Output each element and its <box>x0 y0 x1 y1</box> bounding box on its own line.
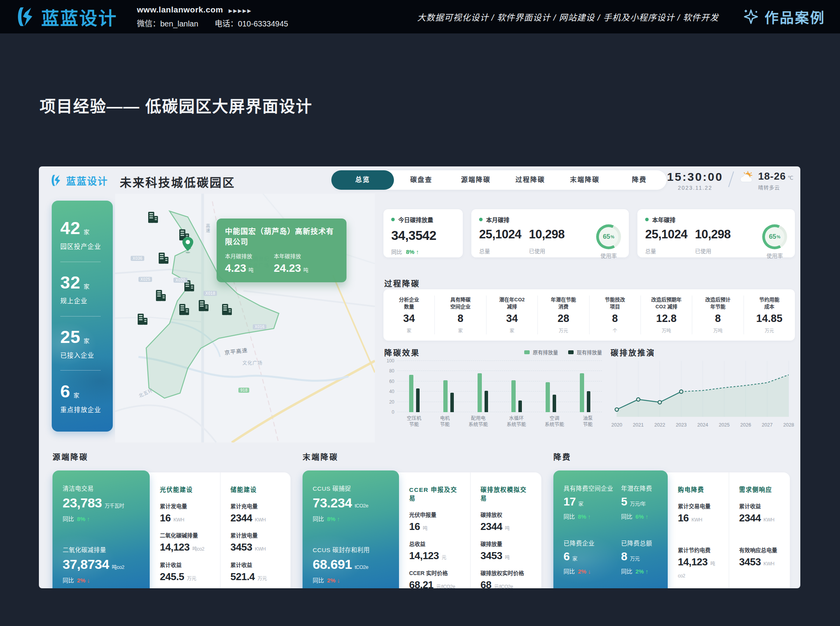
company-map-tooltip[interactable]: 中能国宏（葫芦岛）高新技术有限公司 本月碳排放 4.23吨本年碳排放 24.23… <box>217 219 346 282</box>
bar-group <box>409 361 420 412</box>
kpi-today-label: 今日碳排放量 <box>398 215 433 224</box>
kpi-total: 25,1024总量 <box>645 227 695 255</box>
bar-原有排放量 <box>511 380 516 412</box>
map-place-label: 文化广场 <box>242 360 262 367</box>
section-末端降碳: 末端降碳CCUS 碳捕捉 73.234tCO2e 同比8% ↑CCUS 碳封存和… <box>303 451 541 588</box>
tab-总览[interactable]: 总览 <box>331 170 394 190</box>
x-axis-category-label: 配用电 系统节能 <box>469 415 488 428</box>
bar-group <box>580 361 590 412</box>
stat-unit: 家 <box>84 283 89 290</box>
data-point-marker <box>658 400 662 404</box>
arrows-decoration: ▶▶▶▶▶ <box>229 8 252 14</box>
company-building-marker[interactable] <box>135 313 149 325</box>
gradient-stat-value: 68.691tCO2e <box>313 557 389 572</box>
gradient-stat: 二氧化碳减排量 37,8734吨co2 同比2% ↓ <box>63 545 140 584</box>
section-columns: 购电降费累计交易电量 16KWH累计节约电费 14,123吨co2需求侧响应累计… <box>668 472 790 588</box>
process-stat-value: 12.8 <box>642 313 690 325</box>
nav-tabs: 总览碳盘查源端降碳过程降碳末端降碳降费 <box>331 170 667 190</box>
dashboard-title: 未来科技城低碳园区 <box>120 173 235 190</box>
x-axis-category-label: 空调 系统节能 <box>545 415 564 428</box>
process-stat-unit: 家 <box>436 327 484 334</box>
column-title: 购电降费 <box>678 485 719 493</box>
data-point-marker <box>637 398 640 401</box>
metric-value: 14,123吨co2 <box>160 541 210 553</box>
metric-label: 累计节约电费 <box>678 546 719 554</box>
company-building-marker[interactable] <box>154 290 168 302</box>
tab-碳盘查[interactable]: 碳盘查 <box>394 170 448 190</box>
metric-column: CCER 申报及交易光伏申报量 16吨总收益 14,123元CCER 实时价格 … <box>399 472 470 588</box>
process-stat-value: 8 <box>694 313 742 325</box>
gradient-stat-value: 73.234tCO2e <box>313 495 389 511</box>
process-stat: 年潜在节能 消费 28 万元 <box>538 296 589 334</box>
bar-现有排放量 <box>553 395 556 412</box>
kpi-label: 本年碳排 <box>652 215 676 224</box>
clock-time: 15:30:00 <box>667 170 723 184</box>
company-building-marker[interactable] <box>196 300 210 312</box>
portfolio-label: 作品案例 <box>765 7 825 27</box>
column-metric: 累计节约电费 14,123吨co2 <box>678 546 719 583</box>
legend-swatch <box>568 350 574 354</box>
legend-label: 现有排放量 <box>577 348 602 356</box>
road-number-badge: X025 <box>138 277 152 282</box>
column-metric: 累计发电量 16KWH <box>160 502 210 524</box>
portfolio-link[interactable]: 作品案例 <box>743 7 825 27</box>
metric-value: 2344KWH <box>739 512 780 524</box>
tab-源端降碳[interactable]: 源端降碳 <box>448 170 503 190</box>
company-building-marker[interactable] <box>146 211 160 223</box>
column-metric: 光伏申报量 16吨 <box>409 511 460 533</box>
company-building-marker[interactable] <box>220 303 234 315</box>
tab-降费[interactable]: 降费 <box>612 170 667 190</box>
tab-过程降碳[interactable]: 过程降碳 <box>503 170 558 190</box>
kpi-card-month-emission: 本月碳排 25,1024总量 10,298已使用 65% 使用率 <box>471 209 629 257</box>
metric-column: 购电降费累计交易电量 16KWH累计节约电费 14,123吨co2 <box>668 472 729 588</box>
stat-value: 6 <box>60 381 70 401</box>
bar-原有排放量 <box>409 375 413 412</box>
gradient-stat-yoy: 同比8% ↑ <box>564 512 613 520</box>
gradient-stat-label: 已降费企业 <box>564 539 613 547</box>
bar-chart-legend: 原有排放量现有排放量 <box>383 348 602 356</box>
tooltip-company-name: 中能国宏（葫芦岛）高新技术有限公司 <box>225 226 338 247</box>
process-stat-value: 28 <box>539 313 587 325</box>
metric-value: 2344KWH <box>231 512 281 524</box>
section-title: 源端降碳 <box>52 451 290 462</box>
metric-value: 14,123元 <box>409 550 460 562</box>
section-title: 末端降碳 <box>303 451 541 462</box>
stat-unit: 家 <box>84 337 89 344</box>
column-metric: 碳排放权 2344吨 <box>481 511 532 533</box>
gradient-stat: 已降费企业 6家 同比2% ↓ <box>564 539 613 584</box>
column-metric: 累计交易电量 16KWH <box>678 502 719 539</box>
column-metric: 有效响应总电量 3453KWH <box>739 546 780 583</box>
company-building-marker[interactable] <box>156 252 170 264</box>
metric-label: 光伏申报量 <box>409 511 460 518</box>
divider <box>60 316 101 316</box>
section-columns: 光伏能建设累计发电量 16KWH二氧化碳碱排量 14,123吨co2累计收益 2… <box>150 472 290 588</box>
selected-location-pin-icon[interactable] <box>181 237 194 254</box>
bottom-sections: 源端降碳清洁电交易 23,783万千瓦时 同比8% ↑二氧化碳减排量 37,87… <box>52 451 790 588</box>
park-map[interactable]: 龙腾世纪 文化广场京平高速文化广场北五环高速X036X025X020X018X0… <box>115 194 375 442</box>
section-title: 降费 <box>553 451 790 462</box>
metric-label: 累计放电量 <box>231 531 281 539</box>
tab-末端降碳[interactable]: 末端降碳 <box>558 170 612 190</box>
lanlan-logo-icon <box>15 6 36 27</box>
metric-label: 碳排放权实时价格 <box>481 569 532 577</box>
stat-value: 42 <box>60 218 80 238</box>
process-stat-unit: 家 <box>385 327 433 334</box>
data-point-marker <box>615 408 619 411</box>
metric-label: 累计收益 <box>160 561 210 568</box>
year-axis-label: 2026 <box>740 422 751 428</box>
bar-现有排放量 <box>587 391 590 412</box>
company-building-marker[interactable] <box>177 303 191 315</box>
company-logo: 蓝蓝设计 <box>15 4 117 30</box>
metric-value: 16KWH <box>678 512 719 524</box>
year-axis-label: 2023 <box>676 422 687 428</box>
metric-label: 二氧化碳碱排量 <box>160 531 210 539</box>
gradient-stat-value: 23,783万千瓦时 <box>63 495 140 511</box>
metric-label: 碳排放量 <box>481 540 532 547</box>
website-link[interactable]: www.lanlanwork.com <box>137 5 223 14</box>
gradient-stat-value: 5万元/年 <box>621 495 658 508</box>
column-metric: 累计收益 2344KWH <box>739 502 780 539</box>
gradient-stat-label: 年潜在降费 <box>621 484 658 492</box>
metric-value: 245.5万元 <box>160 571 210 583</box>
column-metric: 累计收益 245.5万元 <box>160 561 210 583</box>
column-title: CCER 申报及交易 <box>409 485 460 502</box>
